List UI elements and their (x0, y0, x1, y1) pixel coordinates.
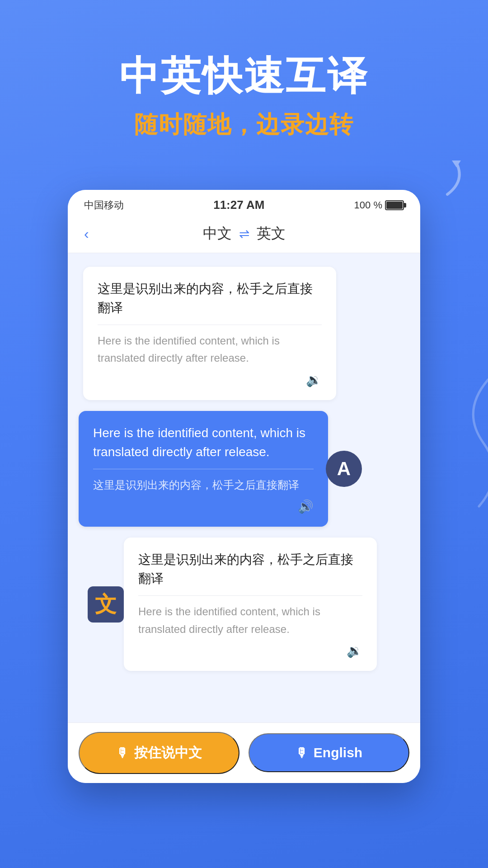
bubble-left-2-original: 这里是识别出来的内容，松手之后直接翻译 (138, 550, 362, 588)
divider-left-2 (138, 595, 362, 596)
chat-area: 这里是识别出来的内容，松手之后直接翻译 Here is the identifi… (68, 253, 420, 722)
speaker-icon-left-2[interactable]: 🔉 (138, 643, 362, 658)
divider (98, 325, 322, 325)
english-btn-label: English (314, 745, 362, 760)
svg-marker-0 (452, 160, 461, 167)
header-section: 中英快速互译 随时随地，边录边转 (0, 0, 488, 141)
deco-curve (456, 375, 488, 513)
time-text: 11:27 AM (213, 198, 264, 212)
deco-arrow (443, 158, 470, 201)
nav-bar: ‹ 中文 ⇌ 英文 (68, 217, 420, 253)
bubble-right-translation: 这里是识别出来的内容，松手之后直接翻译 (93, 476, 314, 494)
battery-container: 100 % (354, 199, 404, 211)
nav-title: 中文 ⇌ 英文 (203, 224, 286, 244)
avatar-a: A (326, 451, 362, 487)
target-language: 英文 (257, 224, 286, 244)
bubble-right: Here is the identified content, which is… (79, 411, 328, 527)
battery-fill (386, 202, 403, 209)
speaker-icon-left-1[interactable]: 🔉 (98, 373, 322, 387)
speak-chinese-button[interactable]: 🎙 按住说中文 (79, 732, 239, 774)
bottom-bar: 🎙 按住说中文 🎙 English (68, 722, 420, 783)
bubble-left-2-translation: Here is the identified content, which is… (138, 603, 362, 638)
chinese-btn-label: 按住说中文 (134, 744, 202, 762)
bubble-left-1-translation: Here is the identified content, which is… (98, 332, 322, 367)
bubble-left-2: 这里是识别出来的内容，松手之后直接翻译 Here is the identifi… (124, 538, 377, 671)
status-bar: 中国移动 11:27 AM 100 % (68, 190, 420, 217)
phone-mockup: 中国移动 11:27 AM 100 % ‹ 中文 ⇌ 英文 这里是识别出来的内容… (68, 190, 420, 783)
back-button[interactable]: ‹ (84, 226, 89, 242)
battery-percent: 100 % (354, 199, 382, 211)
mic-icon-chinese: 🎙 (116, 745, 129, 760)
battery-icon (385, 200, 404, 210)
mic-icon-english: 🎙 (296, 745, 308, 760)
bubble-left-1: 这里是识别出来的内容，松手之后直接翻译 Here is the identifi… (83, 267, 336, 400)
exchange-icon[interactable]: ⇌ (239, 226, 249, 241)
avatar-wen: 文 (88, 586, 124, 623)
speaker-icon-right[interactable]: 🔊 (93, 499, 314, 514)
speak-english-button[interactable]: 🎙 English (249, 733, 409, 772)
sub-title: 随时随地，边录边转 (0, 109, 488, 141)
spacer (79, 682, 409, 709)
bubble-right-original: Here is the identified content, which is… (93, 424, 314, 462)
bubble-left-2-wrapper: 这里是识别出来的内容，松手之后直接翻译 Here is the identifi… (119, 538, 377, 671)
bubble-right-wrapper: Here is the identified content, which is… (79, 411, 364, 527)
carrier-text: 中国移动 (84, 198, 124, 212)
main-title: 中英快速互译 (0, 54, 488, 98)
source-language: 中文 (203, 224, 232, 244)
bubble-left-1-original: 这里是识别出来的内容，松手之后直接翻译 (98, 279, 322, 317)
divider-right (93, 469, 314, 469)
